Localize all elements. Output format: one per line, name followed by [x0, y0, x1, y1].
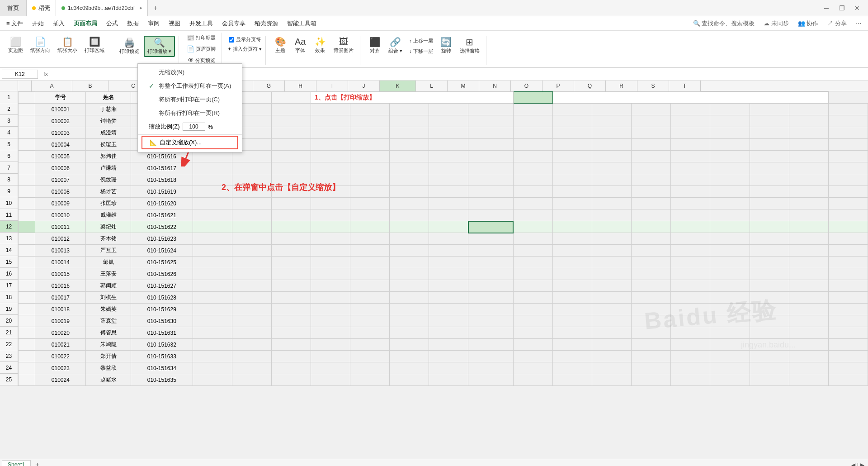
cell-Q19[interactable] [710, 304, 750, 315]
size-button[interactable]: 📋 纸张大小 [55, 36, 80, 55]
cell-G25[interactable] [311, 374, 350, 386]
effect-button[interactable]: ✨ 效果 [311, 36, 329, 55]
cell-F7[interactable] [271, 162, 311, 174]
cell-Q5[interactable] [710, 139, 750, 151]
cell-T18[interactable] [828, 292, 868, 304]
dd-fit-cols[interactable]: 将所有列打印在一页(C) [138, 93, 242, 106]
cell-L25[interactable] [513, 374, 552, 386]
cell-P18[interactable] [671, 292, 710, 304]
cell-P25[interactable] [671, 374, 710, 386]
cell-L15[interactable] [513, 257, 552, 268]
cell-K23[interactable] [468, 351, 514, 362]
cell-J22[interactable] [429, 339, 468, 351]
cell-M2[interactable] [553, 104, 592, 115]
scroll-right-icon[interactable]: ▶ [860, 462, 864, 466]
cell-B10[interactable]: 张匡珍 [86, 198, 131, 209]
cell-R18[interactable] [750, 292, 789, 304]
cell-J24[interactable] [429, 362, 468, 374]
dd-fit-rows[interactable]: 将所有行打印在一页(R) [138, 106, 242, 120]
cell-S16[interactable] [789, 268, 828, 280]
cell-P5[interactable] [671, 139, 710, 151]
cell-H17[interactable] [350, 280, 390, 292]
cell-S24[interactable] [789, 362, 828, 374]
cell-A7[interactable]: 010006 [35, 162, 86, 174]
cell-D11[interactable] [193, 209, 232, 221]
cell-L9[interactable] [513, 186, 552, 198]
cell-G22[interactable] [311, 339, 350, 351]
cell-L24[interactable] [513, 362, 552, 374]
cell-C11[interactable]: 010-151621 [131, 209, 193, 221]
cell-R5[interactable] [750, 139, 789, 151]
cell-G9[interactable] [311, 186, 350, 198]
cell-I7[interactable] [390, 162, 429, 174]
cell-A9[interactable]: 010008 [35, 186, 86, 198]
cell-P21[interactable] [671, 327, 710, 339]
cell-A15[interactable]: 010014 [35, 257, 86, 268]
cell-B4[interactable]: 成澄靖 [86, 127, 131, 139]
cell-M9[interactable] [553, 186, 592, 198]
cell-I15[interactable] [390, 257, 429, 268]
cell-F2[interactable] [271, 104, 311, 115]
cell-S6[interactable] [789, 151, 828, 162]
cell-C22[interactable]: 010-151632 [131, 339, 193, 351]
cell-N20[interactable] [592, 315, 632, 327]
cell-N16[interactable] [592, 268, 632, 280]
cell-Q12[interactable] [710, 221, 750, 233]
cell-E18[interactable] [232, 292, 271, 304]
cell-D8[interactable] [193, 174, 232, 186]
cell-L4[interactable] [513, 127, 552, 139]
cell-F22[interactable] [271, 339, 311, 351]
cell-M3[interactable] [553, 115, 592, 127]
cell-R17[interactable] [750, 280, 789, 292]
cell-K11[interactable] [468, 209, 514, 221]
cell-R23[interactable] [750, 351, 789, 362]
cell-G24[interactable] [311, 362, 350, 374]
cell-Q7[interactable] [710, 162, 750, 174]
cell-D12[interactable] [193, 221, 232, 233]
cell-C12[interactable]: 010-151622 [131, 221, 193, 233]
cell-P24[interactable] [671, 362, 710, 374]
cell-C20[interactable]: 010-151630 [131, 315, 193, 327]
cell-T22[interactable] [828, 339, 868, 351]
menu-formula[interactable]: 公式 [102, 18, 123, 29]
cell-S15[interactable] [789, 257, 828, 268]
cell-N25[interactable] [592, 374, 632, 386]
cell-A14[interactable]: 010013 [35, 245, 86, 257]
cell-H8[interactable] [350, 174, 390, 186]
cell-O2[interactable] [632, 104, 671, 115]
cell-N18[interactable] [592, 292, 632, 304]
cell-P20[interactable] [671, 315, 710, 327]
cell-F15[interactable] [271, 257, 311, 268]
cell-I25[interactable] [390, 374, 429, 386]
cell-M5[interactable] [553, 139, 592, 151]
cell-L18[interactable] [513, 292, 552, 304]
cell-B16[interactable]: 王落安 [86, 268, 131, 280]
cell-O21[interactable] [632, 327, 671, 339]
cell-B22[interactable]: 朱鸠隐 [86, 339, 131, 351]
cell-G7[interactable] [311, 162, 350, 174]
cell-D25[interactable] [193, 374, 232, 386]
cell-R14[interactable] [750, 245, 789, 257]
cell-M20[interactable] [553, 315, 592, 327]
cell-M16[interactable] [553, 268, 592, 280]
cell-T2[interactable] [828, 104, 868, 115]
cell-J10[interactable] [429, 198, 468, 209]
cell-L23[interactable] [513, 351, 552, 362]
group-button[interactable]: 🔗 组合 ▾ [386, 36, 405, 56]
cell-T21[interactable] [828, 327, 868, 339]
cell-E9[interactable] [232, 186, 271, 198]
cell-A8[interactable]: 010007 [35, 174, 86, 186]
cell-A2[interactable]: 010001 [35, 104, 86, 115]
cell-M19[interactable] [553, 304, 592, 315]
cell-R22[interactable] [750, 339, 789, 351]
cell-H24[interactable] [350, 362, 390, 374]
cell-K7[interactable] [468, 162, 514, 174]
cell-E19[interactable] [232, 304, 271, 315]
cell-L14[interactable] [513, 245, 552, 257]
cell-I10[interactable] [390, 198, 429, 209]
cell-T15[interactable] [828, 257, 868, 268]
cell-N24[interactable] [592, 362, 632, 374]
cell-K4[interactable] [468, 127, 514, 139]
cell-I12[interactable] [390, 221, 429, 233]
cell-N14[interactable] [592, 245, 632, 257]
